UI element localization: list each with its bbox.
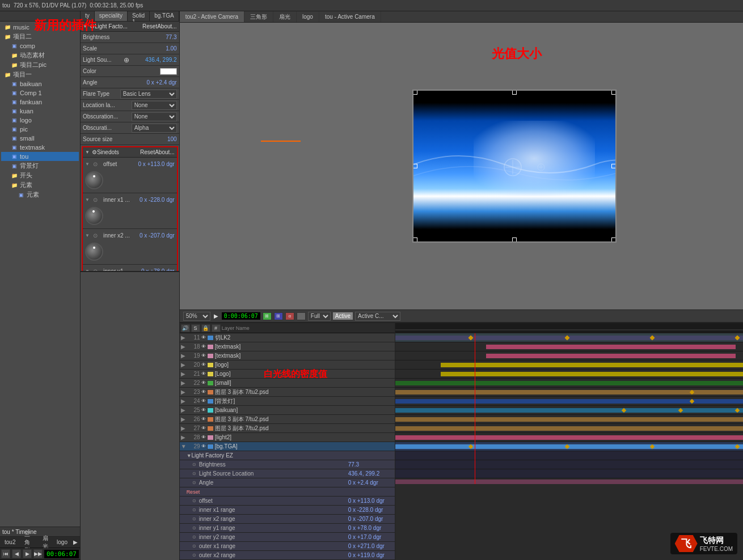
grid-btn[interactable]: ⊞ [274, 312, 283, 320]
tree-item-pic[interactable]: ▣pic [1, 125, 79, 134]
handle-br[interactable] [611, 237, 616, 242]
innerx2-value[interactable]: 0 x -207.0 dgr [140, 232, 175, 239]
lf-sourcesize-value[interactable]: 100 [132, 136, 177, 142]
tree-item-项目二pic[interactable]: 📁项目二pic [1, 60, 79, 70]
tree-item-small[interactable]: ▣small [1, 134, 79, 143]
prev-frame-icon[interactable]: ◀ [12, 549, 21, 558]
lr19-expand[interactable]: ▶ [181, 353, 187, 359]
project-tree[interactable]: 📁music📁项目二▣comp📁动态素材📁项目二pic📁项目一▣baikuan▣… [0, 22, 80, 527]
play-icon[interactable]: ▶ [23, 549, 32, 558]
preview-canvas[interactable] [412, 90, 617, 243]
innery1-expand[interactable]: ▼ [85, 269, 93, 273]
sinedots-prop-reset[interactable]: Reset [187, 489, 200, 495]
lr29-expand[interactable]: ▼ [181, 443, 187, 449]
tree-item-textmask[interactable]: ▣textmask [1, 143, 79, 152]
alpha-btn[interactable]: α [285, 312, 294, 320]
prev-tab-tou2[interactable]: tou2 - Active Camera [180, 11, 244, 22]
tree-item-元素[interactable]: ▣元素 [1, 190, 79, 200]
tree-item-开头[interactable]: 📁开头 [1, 171, 79, 180]
lf-prop-expand[interactable]: ▼ [187, 453, 192, 459]
lr27-vis[interactable]: 👁 [201, 426, 207, 431]
innerx1-expand[interactable]: ▼ [85, 197, 93, 202]
offset-knob[interactable] [85, 171, 103, 189]
eff-tab-speciality[interactable]: speciality [95, 11, 128, 21]
tree-item-baikuan[interactable]: ▣baikuan [1, 79, 79, 88]
handle-ml[interactable] [413, 164, 417, 168]
prev-tab-triangle[interactable]: 三角形 [244, 11, 273, 22]
layer-row-27[interactable]: ▶ 27 👁 图层 3 副本 7/tu2.psd [180, 424, 395, 433]
lr25-expand[interactable]: ▶ [181, 407, 187, 413]
tree-item-项目一[interactable]: 📁项目一 [1, 70, 79, 79]
offset-value[interactable]: 0 x +113.0 dgr [138, 161, 174, 167]
handle-tl[interactable] [413, 90, 417, 95]
tl-expand-icon[interactable]: ▶ [71, 538, 80, 546]
camera-select[interactable]: Active C... [355, 312, 400, 321]
prev-tab-fan[interactable]: 扇光 [273, 11, 297, 22]
layer-row-19[interactable]: ▶ 19 👁 [textmask] [180, 351, 395, 360]
lf-brightness-value[interactable]: 77.3 [132, 34, 177, 40]
handle-tr[interactable] [611, 90, 616, 95]
color-mgmt-btn[interactable] [297, 312, 306, 320]
lr20-expand[interactable]: ▶ [181, 362, 187, 368]
sinedots-reset[interactable]: Reset [140, 149, 155, 155]
tree-item-动态素材[interactable]: 📁动态素材 [1, 50, 79, 60]
lr25-vis[interactable]: 👁 [201, 408, 207, 413]
offset-expand[interactable]: ▼ [85, 162, 93, 167]
lr21-vis[interactable]: 👁 [201, 371, 207, 376]
tree-item-logo[interactable]: ▣logo [1, 116, 79, 125]
handle-bm[interactable] [512, 237, 517, 242]
lf-flaretype-select[interactable]: Basic Lens [120, 90, 177, 99]
tl-tab-tou2[interactable]: tou2 [0, 538, 20, 546]
lr26-expand[interactable]: ▶ [181, 416, 187, 422]
tree-item-tou[interactable]: ▣tou [1, 152, 79, 161]
tl-lock-icon[interactable]: 🔒 [201, 324, 210, 332]
lr18-vis[interactable]: 👁 [201, 344, 207, 349]
tl-audio-icon[interactable]: 🔊 [181, 324, 190, 332]
lr22-vis[interactable]: 👁 [201, 380, 207, 385]
lf-reset[interactable]: Reset [142, 23, 157, 29]
tree-item-fankuan[interactable]: ▣fankuan [1, 97, 79, 107]
tl-tab-logo[interactable]: logo [53, 538, 71, 546]
handle-tm[interactable] [512, 90, 517, 95]
lr11-vis[interactable]: 👁 [201, 335, 207, 340]
eff-tab-bgtga[interactable]: bg.TGA [150, 11, 179, 21]
tl-solo-icon[interactable]: S [191, 324, 200, 332]
lr28-vis[interactable]: 👁 [201, 435, 207, 440]
next-frame-icon[interactable]: ▶▶ [33, 549, 43, 558]
tree-item-kuan[interactable]: ▣kuan [1, 107, 79, 116]
lr29-vis[interactable]: 👁 [201, 444, 207, 449]
lr23-expand[interactable]: ▶ [181, 389, 187, 395]
home-icon[interactable]: ⏮ [1, 549, 10, 558]
lr20-vis[interactable]: 👁 [201, 362, 207, 367]
lr24-expand[interactable]: ▶ [181, 398, 187, 404]
lr28-expand[interactable]: ▶ [181, 434, 187, 440]
lf-obscuration-select[interactable]: None [132, 112, 177, 121]
layer-row-24[interactable]: ▶ 24 👁 [背景灯] [180, 397, 395, 406]
lf-color-swatch[interactable] [160, 68, 177, 75]
lr11-expand[interactable]: ▶ [181, 334, 187, 341]
zoom-select[interactable]: 50% 100% [183, 312, 210, 321]
quality-select[interactable]: Full Half [308, 312, 331, 321]
innery1-value[interactable]: 0 x +78.0 dgr [141, 268, 175, 273]
lf-locationlayer-select[interactable]: None [132, 101, 177, 110]
eff-tab-solid[interactable]: Solid 1 [128, 11, 150, 21]
layer-row-23[interactable]: ▶ 23 👁 图层 3 副本 7/tu2.psd [180, 388, 395, 397]
lr19-vis[interactable]: 👁 [201, 353, 207, 358]
lr23-vis[interactable]: 👁 [201, 389, 207, 394]
innerx1-knob[interactable] [85, 207, 103, 225]
layer-row-18[interactable]: ▶ 18 👁 [textmask] [180, 342, 395, 351]
tl-label-icon[interactable]: # [212, 324, 221, 332]
layer-row-28[interactable]: ▶ 28 👁 [light2] [180, 433, 395, 442]
lf-obscurati-select[interactable]: Alpha [132, 124, 177, 133]
lf-lightsource-value[interactable]: 436.4, 299.2 [132, 57, 177, 63]
handle-bl[interactable] [413, 237, 417, 242]
lr27-expand[interactable]: ▶ [181, 425, 187, 431]
sinedots-about[interactable]: About... [155, 149, 174, 155]
layer-row-26[interactable]: ▶ 26 👁 图层 3 副本 7/tu2.psd [180, 415, 395, 424]
lr18-expand[interactable]: ▶ [181, 343, 187, 350]
sinedots-header[interactable]: ▼ ⚙ Sinedots Reset About... [83, 147, 177, 158]
tree-item-背景灯[interactable]: ▣背景灯 [1, 161, 79, 171]
tree-item-Comp1[interactable]: ▣Comp 1 [1, 88, 79, 97]
innerx2-expand[interactable]: ▼ [85, 233, 93, 238]
tree-item-comp[interactable]: ▣comp [1, 41, 79, 50]
